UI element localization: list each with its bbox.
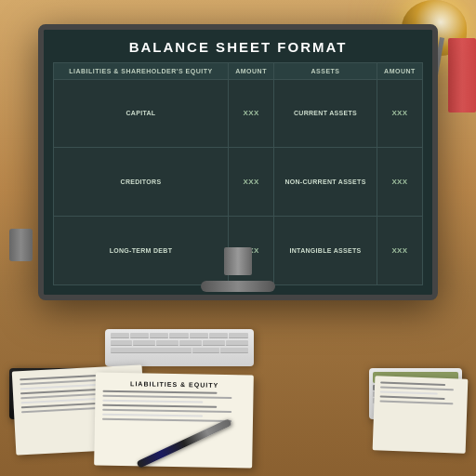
keyboard-key [133,340,155,346]
row3-liability: LONG-TERM DEBT [53,216,228,284]
assets-col-header: ASSETS [274,62,377,79]
keyboard-key [226,340,248,346]
keyboard-rows [105,329,254,357]
row2-liability: CREDITORS [53,148,228,217]
paper-main: LIABILITIES & EQUITY [95,372,255,468]
monitor-base [201,281,275,292]
paper-line [380,382,445,386]
row2-amount2: XXX [377,148,422,217]
amount1-col-header: AMOUNT [229,62,274,79]
paper-line [103,399,204,403]
keyboard-row [111,340,248,346]
paper-line [379,401,453,405]
keyboard-key [169,333,188,338]
paper-line [102,413,203,416]
paper-line [380,391,438,395]
table-row: CREDITORS XXX NON-CURRENT ASSETS XXX [53,148,422,217]
paper-line [103,394,232,398]
row1-asset: CURRENT ASSETS [274,79,377,148]
paper-line [103,403,218,407]
pencil-holder [9,229,33,261]
row1-amount1: XXX [229,79,274,148]
keyboard-key [111,340,133,346]
monitor-stand [224,247,252,275]
paper-lines [379,382,462,405]
paper-right [372,377,468,454]
keyboard-key [150,333,168,338]
filing-cabinet [448,38,476,112]
keyboard-key [190,333,208,338]
row1-liability: CAPITAL [53,79,228,148]
table-row: CAPITAL XXX CURRENT ASSETS XXX [53,79,422,148]
keyboard-key [192,348,219,353]
liabilities-col-header: LIABILITIES & SHAREHOLDER'S EQUITY [53,62,228,79]
row2-asset: NON-CURRENT ASSETS [274,148,377,217]
keyboard-key [111,333,129,338]
paper-lines [102,390,246,422]
amount2-col-header: AMOUNT [377,62,422,79]
keyboard-key [179,340,202,346]
keyboard-spacebar [111,348,192,353]
paper-line [103,408,232,412]
keyboard-key [209,333,228,338]
keyboard-key [130,333,149,338]
keyboard-key [229,333,247,338]
paper-line [379,396,444,400]
row1-amount2: XXX [377,79,422,148]
row3-asset: INTANGIBLE ASSETS [274,216,377,284]
paper-line [103,390,218,393]
keyboard-key [203,340,225,346]
keyboard-key [220,348,247,353]
keyboard-key [156,340,178,346]
screen-title: BALANCE SHEET FORMAT [53,39,423,55]
keyboard-row [111,348,248,353]
row2-amount1: XXX [229,148,274,217]
paper-main-title: LIABILITIES & EQUITY [103,379,246,389]
keyboard [105,329,254,366]
paper-line [102,417,231,421]
row3-amount2: XXX [377,216,422,284]
keyboard-row [111,333,248,338]
